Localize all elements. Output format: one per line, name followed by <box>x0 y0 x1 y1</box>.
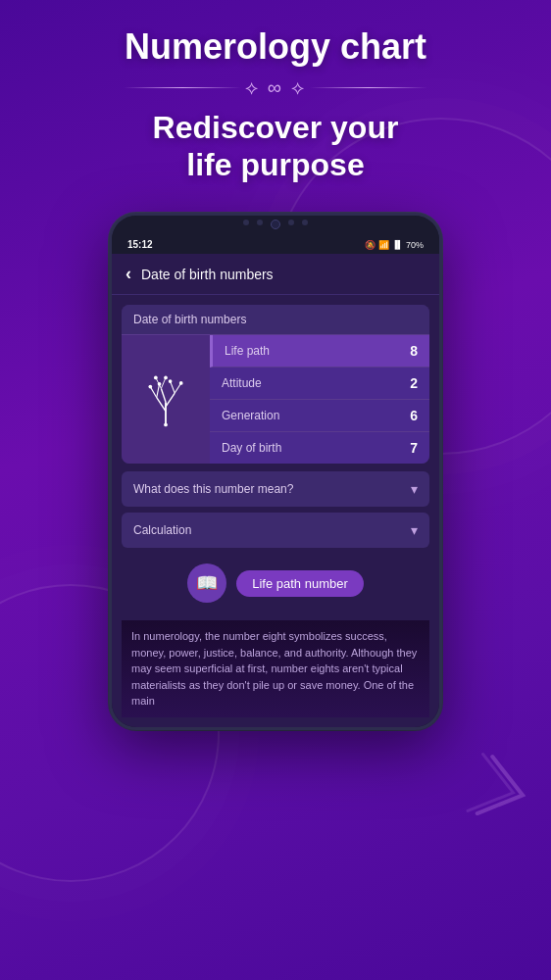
status-icons: 🔕 📶 ▐▌ 70% <box>365 240 424 250</box>
svg-line-4 <box>150 386 156 397</box>
battery-indicator: 70% <box>406 240 424 250</box>
card-body: Life path 8 Attitude 2 Generation 6 <box>122 335 429 464</box>
birth-numbers-card: Date of birth numbers <box>122 305 429 464</box>
row-label-lifepath: Life path <box>225 344 270 358</box>
chevron-down-icon-2: ▾ <box>411 522 418 538</box>
camera-dot-2 <box>257 220 263 225</box>
notification-icon: 🔕 <box>365 240 376 250</box>
camera-dot-4 <box>302 220 308 225</box>
camera-notch <box>112 216 439 231</box>
page-title: Numerology chart <box>29 27 522 67</box>
deco-arrow <box>452 742 551 852</box>
svg-line-2 <box>166 393 175 407</box>
row-label-generation: Generation <box>222 409 279 422</box>
book-icon-circle: 📖 <box>187 564 226 603</box>
subtitle: Rediscover your life purpose <box>29 109 522 184</box>
book-icon: 📖 <box>196 572 218 594</box>
wifi-icon: 📶 <box>378 240 389 250</box>
row-value-attitude: 2 <box>410 375 418 391</box>
accordion-calculation-label: Calculation <box>133 523 191 537</box>
svg-point-12 <box>158 382 162 386</box>
table-row[interactable]: Attitude 2 <box>210 368 429 400</box>
svg-line-6 <box>171 381 175 393</box>
chevron-down-icon: ▾ <box>411 481 418 497</box>
description-text: In numerology, the number eight symboliz… <box>131 628 420 710</box>
camera-dot-3 <box>288 220 294 225</box>
card-rows: Life path 8 Attitude 2 Generation 6 <box>210 335 429 464</box>
description-section: In numerology, the number eight symboliz… <box>122 620 429 717</box>
table-row[interactable]: Generation 6 <box>210 400 429 432</box>
svg-point-14 <box>179 381 183 385</box>
svg-point-10 <box>164 422 168 426</box>
row-value-lifepath: 8 <box>410 343 418 359</box>
phone-frame: 15:12 🔕 📶 ▐▌ 70% ‹ Date of birth numbers… <box>109 213 442 730</box>
lifepath-section: 📖 Life path number <box>122 554 429 620</box>
lifepath-icon-row: 📖 Life path number <box>129 564 422 603</box>
status-bar: 15:12 🔕 📶 ▐▌ 70% <box>112 231 439 254</box>
nav-title: Date of birth numbers <box>141 267 274 282</box>
camera-dot-1 <box>243 220 249 225</box>
table-row[interactable]: Day of birth 7 <box>210 432 429 464</box>
camera-lens <box>271 220 280 229</box>
table-row[interactable]: Life path 8 <box>210 335 429 368</box>
nav-bar: ‹ Date of birth numbers <box>112 254 439 295</box>
accordion-meaning[interactable]: What does this number mean? ▾ <box>122 471 429 507</box>
back-button[interactable]: ‹ <box>125 264 131 284</box>
svg-line-3 <box>161 388 166 402</box>
row-label-dayofbirth: Day of birth <box>222 441 281 455</box>
accordion-calculation[interactable]: Calculation ▾ <box>122 513 429 548</box>
row-label-attitude: Attitude <box>222 376 262 390</box>
ornament-symbol: ⟡ ∞ ⟡ <box>245 76 305 99</box>
tree-icon <box>141 370 190 429</box>
row-value-generation: 6 <box>410 408 418 423</box>
background: Numerology chart ⟡ ∞ ⟡ Rediscover your l… <box>0 0 551 980</box>
svg-point-11 <box>148 385 152 389</box>
phone-container: 15:12 🔕 📶 ▐▌ 70% ‹ Date of birth numbers… <box>0 213 551 730</box>
status-time: 15:12 <box>127 239 153 250</box>
lifepath-badge-label: Life path number <box>252 576 348 591</box>
signal-icon: ▐▌ <box>392 240 403 249</box>
phone-content: Date of birth numbers <box>112 295 439 727</box>
ornament-divider: ⟡ ∞ ⟡ <box>29 76 522 99</box>
svg-line-5 <box>157 384 160 398</box>
card-header: Date of birth numbers <box>122 305 429 335</box>
lifepath-badge[interactable]: Life path number <box>236 570 364 597</box>
row-value-dayofbirth: 7 <box>410 440 418 456</box>
svg-point-16 <box>164 375 168 379</box>
accordion-meaning-label: What does this number mean? <box>133 482 293 496</box>
svg-point-13 <box>169 379 173 383</box>
card-image <box>122 335 210 464</box>
header-section: Numerology chart ⟡ ∞ ⟡ Rediscover your l… <box>0 0 551 193</box>
svg-point-15 <box>154 375 158 379</box>
